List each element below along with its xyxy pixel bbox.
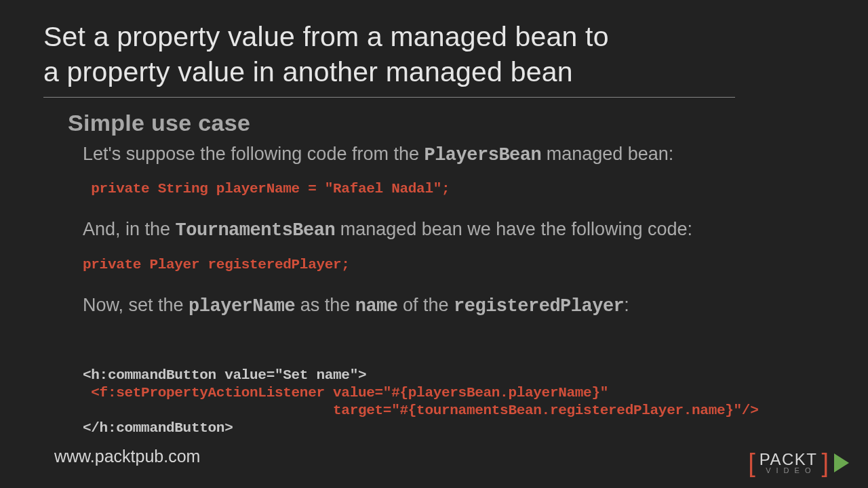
- title-line-2: a property value in another managed bean: [43, 56, 573, 87]
- p3-code3: registeredPlayer: [454, 296, 624, 317]
- bracket-left-icon: [: [748, 450, 755, 476]
- paragraph-1: Let's suppose the following code from th…: [83, 142, 825, 167]
- cb-line-2: <f:setPropertyActionListener value="#{pl…: [83, 385, 608, 401]
- p1-text-b: managed bean:: [541, 144, 673, 164]
- cb-line-4: </h:commandButton>: [83, 420, 233, 436]
- paragraph-2: And, in the TournamentsBean managed bean…: [83, 217, 825, 243]
- slide: Set a property value from a managed bean…: [0, 0, 868, 455]
- p1-text-a: Let's suppose the following code from th…: [83, 144, 424, 164]
- code-snippet-2: private Player registeredPlayer;: [83, 257, 825, 272]
- footer-url: www.packtpub.com: [54, 447, 200, 466]
- p3-text-b: as the: [295, 295, 355, 315]
- p2-text-a: And, in the: [83, 219, 176, 239]
- title-divider: [43, 97, 735, 98]
- p2-text-b: managed bean we have the following code:: [335, 219, 692, 239]
- cb-line-3: target="#{tournamentsBean.registeredPlay…: [83, 403, 758, 418]
- code-snippet-1: private String playerName = "Rafael Nada…: [83, 181, 825, 197]
- title-line-1: Set a property value from a managed bean…: [43, 21, 609, 52]
- p3-text-a: Now, set the: [83, 295, 189, 315]
- p2-code: TournamentsBean: [176, 220, 336, 241]
- p3-text-d: :: [624, 295, 629, 315]
- p3-code2: name: [355, 296, 398, 317]
- code-block-xml: <h:commandButton value="Set name"> <f:se…: [83, 348, 825, 455]
- brand-logo: [ PACKT VIDEO ]: [748, 450, 849, 476]
- logo-bottom: VIDEO: [766, 467, 816, 474]
- bracket-right-icon: ]: [821, 450, 829, 476]
- slide-title: Set a property value from a managed bean…: [43, 19, 825, 90]
- play-icon: [834, 453, 849, 472]
- p3-text-c: of the: [398, 295, 454, 315]
- paragraph-3: Now, set the playerName as the name of t…: [83, 293, 825, 319]
- section-heading: Simple use case: [68, 110, 825, 136]
- cb-line-1: <h:commandButton value="Set name">: [83, 367, 366, 383]
- p1-code: PlayersBean: [424, 145, 541, 165]
- logo-top: PACKT: [760, 452, 818, 467]
- logo-text: PACKT VIDEO: [760, 452, 818, 474]
- content-section: Simple use case Let's suppose the follow…: [68, 110, 825, 455]
- p3-code1: playerName: [189, 296, 295, 317]
